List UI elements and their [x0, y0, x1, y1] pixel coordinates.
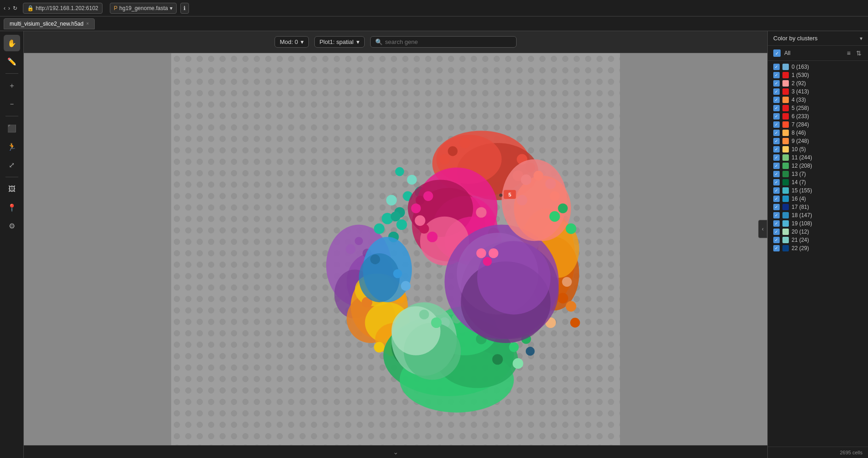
svg-point-20 — [374, 342, 384, 352]
cluster-item[interactable]: ✓ 16 (4) — [768, 195, 868, 203]
svg-point-99 — [483, 257, 492, 266]
cluster-color-swatch — [782, 154, 789, 161]
hex-visualization: 5 — [24, 53, 767, 445]
cluster-item[interactable]: ✓ 13 (7) — [768, 170, 868, 178]
cluster-checkbox[interactable]: ✓ — [773, 97, 780, 103]
cluster-checkbox[interactable]: ✓ — [773, 154, 780, 161]
svg-point-38 — [512, 358, 523, 369]
svg-point-97 — [517, 195, 527, 205]
cluster-item[interactable]: ✓ 21 (24) — [768, 236, 868, 244]
cluster-color-swatch — [782, 105, 789, 111]
tab-close-icon[interactable]: × — [86, 21, 89, 26]
cluster-item[interactable]: ✓ 6 (233) — [768, 112, 868, 120]
cluster-color-swatch — [782, 245, 789, 251]
settings-button[interactable]: ⚙ — [4, 218, 20, 234]
cluster-checkbox[interactable]: ✓ — [773, 196, 780, 202]
cluster-item[interactable]: ✓ 18 (147) — [768, 211, 868, 219]
cluster-checkbox[interactable]: ✓ — [773, 138, 780, 144]
cluster-checkbox[interactable]: ✓ — [773, 121, 780, 128]
cluster-item[interactable]: ✓ 19 (108) — [768, 219, 868, 228]
select-all-checkbox[interactable]: ✓ — [773, 49, 781, 57]
cluster-checkbox[interactable]: ✓ — [773, 245, 780, 251]
mod-selector[interactable]: Mod: 0 ▾ — [275, 36, 309, 48]
cluster-item[interactable]: ✓ 15 (155) — [768, 186, 868, 195]
address-bar[interactable]: 🔒 http://192.168.1.202:6102 — [23, 3, 102, 14]
cluster-item[interactable]: ✓ 17 (81) — [768, 203, 868, 211]
nav-forward-icon[interactable]: › — [8, 5, 10, 11]
cluster-item[interactable]: ✓ 14 (7) — [768, 178, 868, 186]
cluster-item[interactable]: ✓ 22 (29) — [768, 244, 868, 252]
bottom-collapse-bar[interactable]: ⌄ — [24, 445, 767, 458]
svg-point-36 — [492, 354, 503, 365]
svg-point-100 — [489, 248, 498, 258]
move-button[interactable]: 🏃 — [4, 138, 20, 155]
cluster-checkbox[interactable]: ✓ — [773, 237, 780, 243]
cluster-checkbox[interactable]: ✓ — [773, 212, 780, 218]
cluster-checkbox[interactable]: ✓ — [773, 88, 780, 95]
zoom-out-button[interactable]: － — [4, 96, 20, 112]
cluster-color-swatch — [782, 237, 789, 243]
cluster-checkbox[interactable]: ✓ — [773, 171, 780, 177]
cluster-item[interactable]: ✓ 1 (530) — [768, 71, 868, 79]
edit-tool-button[interactable]: ✏️ — [4, 53, 20, 70]
cluster-item[interactable]: ✓ 2 (92) — [768, 79, 868, 87]
cluster-label: 2 (92) — [792, 80, 806, 87]
cluster-label: 0 (163) — [792, 64, 809, 70]
panel-expand-button[interactable]: ‹ — [758, 220, 767, 238]
cluster-item[interactable]: ✓ 20 (12) — [768, 228, 868, 236]
cluster-checkbox[interactable]: ✓ — [773, 80, 780, 87]
cluster-checkbox[interactable]: ✓ — [773, 105, 780, 111]
zoom-in-button[interactable]: ＋ — [4, 77, 20, 94]
cluster-checkbox[interactable]: ✓ — [773, 179, 780, 185]
plot-selector[interactable]: Plot1: spatial ▾ — [314, 36, 364, 48]
cluster-label: 8 (46) — [792, 130, 806, 136]
pin-button[interactable]: 📍 — [4, 199, 20, 216]
nav-refresh-icon[interactable]: ↻ — [13, 5, 17, 11]
cluster-checkbox[interactable]: ✓ — [773, 229, 780, 235]
cluster-item[interactable]: ✓ 11 (244) — [768, 153, 868, 162]
cluster-checkbox[interactable]: ✓ — [773, 72, 780, 78]
cluster-label: 20 (12) — [792, 229, 809, 235]
cluster-label: 13 (7) — [792, 171, 806, 177]
gene-search-box[interactable]: 🔍 — [370, 36, 517, 48]
cluster-item[interactable]: ✓ 5 (258) — [768, 104, 868, 112]
cluster-checkbox[interactable]: ✓ — [773, 187, 780, 194]
cluster-checkbox[interactable]: ✓ — [773, 64, 780, 70]
cluster-checkbox[interactable]: ✓ — [773, 220, 780, 227]
cluster-checkbox[interactable]: ✓ — [773, 204, 780, 210]
cluster-checkbox[interactable]: ✓ — [773, 130, 780, 136]
cluster-checkbox[interactable]: ✓ — [773, 113, 780, 120]
cluster-checkbox[interactable]: ✓ — [773, 146, 780, 153]
pointer-tool-button[interactable]: ✋ — [4, 35, 20, 51]
spatial-canvas[interactable]: 5 — [24, 53, 767, 445]
cluster-label: 15 (155) — [792, 187, 812, 194]
info-icon-area[interactable]: ℹ — [180, 3, 189, 14]
nav-back-icon[interactable]: ‹ — [4, 5, 5, 11]
layers-button[interactable]: ⬛ — [4, 120, 20, 136]
fasta-tab[interactable]: P hg19_genome.fasta ▾ — [110, 3, 177, 14]
cluster-item[interactable]: ✓ 9 (248) — [768, 137, 868, 145]
cluster-item[interactable]: ✓ 8 (46) — [768, 129, 868, 137]
cluster-item[interactable]: ✓ 10 (5) — [768, 145, 868, 153]
gene-search-input[interactable] — [385, 38, 512, 45]
cluster-list: ✓ 0 (163) ✓ 1 (530) ✓ 2 (92) ✓ 3 (413) ✓… — [768, 61, 868, 447]
cluster-item[interactable]: ✓ 12 (208) — [768, 162, 868, 170]
svg-point-11 — [374, 224, 384, 234]
filter-icon[interactable]: ≡ — [846, 49, 852, 58]
svg-point-25 — [401, 281, 410, 291]
cluster-item[interactable]: ✓ 3 (413) — [768, 87, 868, 96]
cluster-item[interactable]: ✓ 7 (284) — [768, 120, 868, 129]
cluster-label: 1 (530) — [792, 72, 809, 78]
cluster-item[interactable]: ✓ 0 (163) — [768, 63, 868, 71]
svg-point-95 — [545, 179, 556, 189]
image-button[interactable]: 🖼 — [4, 181, 20, 197]
active-tab[interactable]: multi_visium_slice2_new.h5ad × — [4, 18, 95, 29]
panel-chevron-icon[interactable]: ▾ — [860, 35, 863, 42]
resize-button[interactable]: ⤢ — [4, 157, 20, 173]
cluster-label: 12 (208) — [792, 163, 812, 169]
cluster-item[interactable]: ✓ 4 (33) — [768, 96, 868, 104]
toolbar-divider-2 — [5, 116, 18, 116]
browser-chrome: ‹ › ↻ 🔒 http://192.168.1.202:6102 P hg19… — [0, 0, 868, 16]
cluster-checkbox[interactable]: ✓ — [773, 163, 780, 169]
sort-icon[interactable]: ⇅ — [855, 49, 863, 58]
